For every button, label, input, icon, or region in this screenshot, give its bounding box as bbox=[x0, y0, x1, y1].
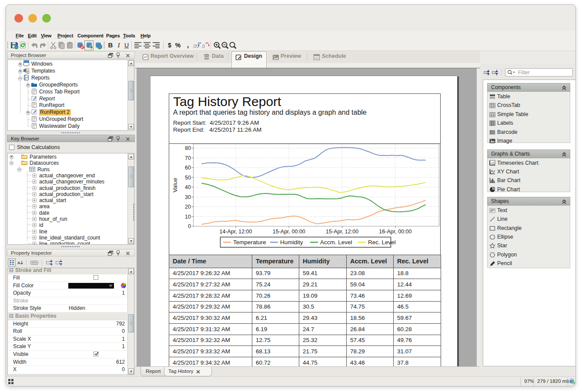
svg-text:60: 60 bbox=[185, 165, 191, 171]
svg-text:30: 30 bbox=[185, 194, 191, 200]
svg-text:40: 40 bbox=[185, 184, 191, 190]
svg-text:80: 80 bbox=[185, 145, 191, 151]
svg-text:15-Apr, 00:00: 15-Apr, 00:00 bbox=[273, 229, 305, 235]
svg-text:Rec. Level: Rec. Level bbox=[368, 239, 396, 246]
svg-text:15-Apr, 12:00: 15-Apr, 12:00 bbox=[326, 229, 358, 235]
svg-text:16-Apr, 00:00: 16-Apr, 00:00 bbox=[379, 229, 411, 235]
svg-text:A: A bbox=[17, 261, 20, 265]
svg-text:10: 10 bbox=[185, 214, 191, 220]
svg-text:Accm. Level: Accm. Level bbox=[320, 239, 352, 246]
svg-text:Value: Value bbox=[172, 178, 178, 193]
svg-text:20: 20 bbox=[185, 204, 191, 210]
svg-text:14-Apr, 12:00: 14-Apr, 12:00 bbox=[219, 229, 252, 235]
svg-text:.0: .0 bbox=[201, 43, 205, 49]
svg-text:Humidity: Humidity bbox=[280, 239, 303, 246]
svg-text:70: 70 bbox=[185, 155, 191, 161]
svg-text:50: 50 bbox=[185, 175, 191, 181]
svg-text:Temperature: Temperature bbox=[233, 239, 266, 246]
svg-text:.00: .00 bbox=[192, 43, 199, 49]
svg-text:0: 0 bbox=[188, 223, 191, 229]
